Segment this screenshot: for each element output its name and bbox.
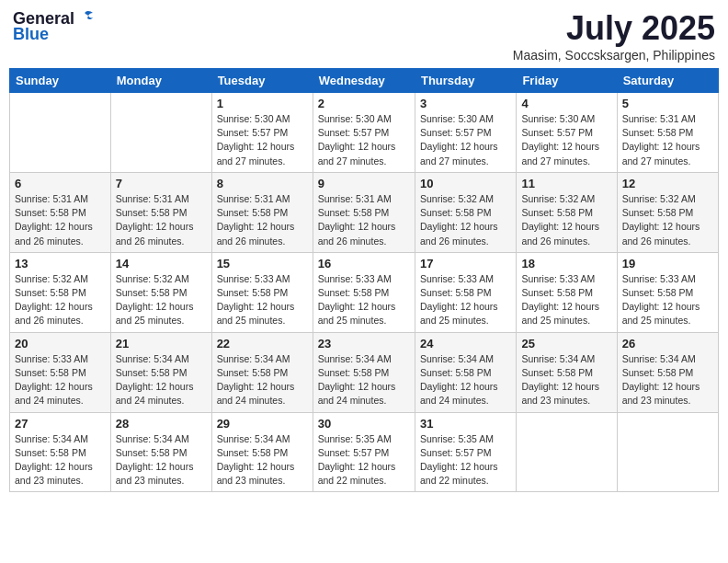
day-info: Sunrise: 5:34 AMSunset: 5:58 PMDaylight:… [116, 352, 207, 408]
day-number: 18 [521, 257, 611, 270]
day-info: Sunrise: 5:30 AMSunset: 5:57 PMDaylight:… [420, 112, 511, 168]
day-cell: 1Sunrise: 5:30 AMSunset: 5:57 PMDaylight… [211, 93, 313, 173]
weekday-header-saturday: Saturday [617, 69, 718, 93]
day-cell: 5Sunrise: 5:31 AMSunset: 5:58 PMDaylight… [617, 93, 718, 173]
day-info: Sunrise: 5:33 AMSunset: 5:58 PMDaylight:… [622, 272, 713, 328]
day-cell [110, 93, 211, 173]
week-row-1: 1Sunrise: 5:30 AMSunset: 5:57 PMDaylight… [10, 93, 719, 173]
day-info: Sunrise: 5:34 AMSunset: 5:58 PMDaylight:… [318, 352, 410, 408]
day-number: 14 [116, 257, 207, 270]
day-cell: 28Sunrise: 5:34 AMSunset: 5:58 PMDayligh… [110, 412, 211, 492]
week-row-4: 20Sunrise: 5:33 AMSunset: 5:58 PMDayligh… [10, 332, 719, 412]
weekday-header-thursday: Thursday [415, 69, 516, 93]
day-info: Sunrise: 5:34 AMSunset: 5:58 PMDaylight:… [420, 352, 511, 408]
week-row-3: 13Sunrise: 5:32 AMSunset: 5:58 PMDayligh… [10, 252, 719, 332]
day-cell: 26Sunrise: 5:34 AMSunset: 5:58 PMDayligh… [617, 332, 718, 412]
location-title: Maasim, Soccsksargen, Philippines [513, 48, 715, 63]
day-info: Sunrise: 5:32 AMSunset: 5:58 PMDaylight:… [15, 272, 106, 328]
day-info: Sunrise: 5:32 AMSunset: 5:58 PMDaylight:… [420, 192, 511, 248]
day-cell: 27Sunrise: 5:34 AMSunset: 5:58 PMDayligh… [10, 412, 111, 492]
week-row-2: 6Sunrise: 5:31 AMSunset: 5:58 PMDaylight… [10, 172, 719, 252]
day-number: 17 [420, 257, 511, 270]
day-cell: 2Sunrise: 5:30 AMSunset: 5:57 PMDaylight… [313, 93, 415, 173]
week-row-5: 27Sunrise: 5:34 AMSunset: 5:58 PMDayligh… [10, 412, 719, 492]
day-info: Sunrise: 5:30 AMSunset: 5:57 PMDaylight:… [217, 112, 308, 168]
day-cell: 9Sunrise: 5:31 AMSunset: 5:58 PMDaylight… [313, 172, 415, 252]
day-number: 26 [622, 337, 713, 350]
weekday-header-wednesday: Wednesday [313, 69, 415, 93]
day-info: Sunrise: 5:35 AMSunset: 5:57 PMDaylight:… [318, 432, 410, 488]
day-number: 21 [116, 337, 207, 350]
day-info: Sunrise: 5:33 AMSunset: 5:58 PMDaylight:… [15, 352, 106, 408]
day-info: Sunrise: 5:34 AMSunset: 5:58 PMDaylight:… [116, 432, 207, 488]
day-number: 9 [318, 177, 410, 190]
day-number: 11 [521, 177, 611, 190]
day-number: 1 [217, 97, 308, 110]
day-info: Sunrise: 5:34 AMSunset: 5:58 PMDaylight:… [15, 432, 106, 488]
day-number: 19 [622, 257, 713, 270]
day-info: Sunrise: 5:34 AMSunset: 5:58 PMDaylight:… [622, 352, 713, 408]
day-cell [10, 93, 111, 173]
day-cell: 17Sunrise: 5:33 AMSunset: 5:58 PMDayligh… [415, 252, 516, 332]
day-cell [617, 412, 718, 492]
day-number: 16 [318, 257, 410, 270]
logo-bird-icon [76, 10, 95, 25]
day-cell: 7Sunrise: 5:31 AMSunset: 5:58 PMDaylight… [110, 172, 211, 252]
day-cell: 30Sunrise: 5:35 AMSunset: 5:57 PMDayligh… [313, 412, 415, 492]
day-info: Sunrise: 5:33 AMSunset: 5:58 PMDaylight:… [521, 272, 611, 328]
day-number: 23 [318, 337, 410, 350]
day-info: Sunrise: 5:34 AMSunset: 5:58 PMDaylight:… [217, 352, 308, 408]
day-cell: 13Sunrise: 5:32 AMSunset: 5:58 PMDayligh… [10, 252, 111, 332]
day-number: 20 [15, 337, 106, 350]
day-number: 29 [217, 417, 308, 431]
day-cell: 8Sunrise: 5:31 AMSunset: 5:58 PMDaylight… [211, 172, 313, 252]
day-info: Sunrise: 5:31 AMSunset: 5:58 PMDaylight:… [217, 192, 308, 248]
day-info: Sunrise: 5:35 AMSunset: 5:57 PMDaylight:… [420, 432, 511, 488]
day-info: Sunrise: 5:31 AMSunset: 5:58 PMDaylight:… [622, 112, 713, 168]
day-number: 22 [217, 337, 308, 350]
day-info: Sunrise: 5:33 AMSunset: 5:58 PMDaylight:… [420, 272, 511, 328]
day-cell: 14Sunrise: 5:32 AMSunset: 5:58 PMDayligh… [110, 252, 211, 332]
day-number: 25 [521, 337, 611, 350]
day-cell: 24Sunrise: 5:34 AMSunset: 5:58 PMDayligh… [415, 332, 516, 412]
day-cell: 10Sunrise: 5:32 AMSunset: 5:58 PMDayligh… [415, 172, 516, 252]
day-number: 24 [420, 337, 511, 350]
day-cell: 31Sunrise: 5:35 AMSunset: 5:57 PMDayligh… [415, 412, 516, 492]
day-cell: 15Sunrise: 5:33 AMSunset: 5:58 PMDayligh… [211, 252, 313, 332]
day-info: Sunrise: 5:32 AMSunset: 5:58 PMDaylight:… [116, 272, 207, 328]
day-cell: 18Sunrise: 5:33 AMSunset: 5:58 PMDayligh… [517, 252, 617, 332]
day-info: Sunrise: 5:33 AMSunset: 5:58 PMDaylight:… [217, 272, 308, 328]
weekday-header-sunday: Sunday [10, 69, 111, 93]
day-number: 30 [318, 417, 410, 431]
day-cell: 25Sunrise: 5:34 AMSunset: 5:58 PMDayligh… [517, 332, 617, 412]
day-cell: 19Sunrise: 5:33 AMSunset: 5:58 PMDayligh… [617, 252, 718, 332]
day-number: 3 [420, 97, 511, 110]
day-cell: 20Sunrise: 5:33 AMSunset: 5:58 PMDayligh… [10, 332, 111, 412]
day-info: Sunrise: 5:33 AMSunset: 5:58 PMDaylight:… [318, 272, 410, 328]
day-number: 27 [15, 417, 106, 431]
day-number: 12 [622, 177, 713, 190]
weekday-header-monday: Monday [110, 69, 211, 93]
weekday-header-friday: Friday [517, 69, 617, 93]
day-info: Sunrise: 5:34 AMSunset: 5:58 PMDaylight:… [217, 432, 308, 488]
day-cell: 23Sunrise: 5:34 AMSunset: 5:58 PMDayligh… [313, 332, 415, 412]
day-number: 6 [15, 177, 106, 190]
day-number: 31 [420, 417, 511, 431]
day-info: Sunrise: 5:32 AMSunset: 5:58 PMDaylight:… [622, 192, 713, 248]
day-number: 2 [318, 97, 410, 110]
logo: General Blue [13, 9, 95, 44]
day-cell: 11Sunrise: 5:32 AMSunset: 5:58 PMDayligh… [517, 172, 617, 252]
day-number: 28 [116, 417, 207, 431]
weekday-header-tuesday: Tuesday [211, 69, 313, 93]
day-info: Sunrise: 5:31 AMSunset: 5:58 PMDaylight:… [116, 192, 207, 248]
day-cell: 12Sunrise: 5:32 AMSunset: 5:58 PMDayligh… [617, 172, 718, 252]
day-cell: 6Sunrise: 5:31 AMSunset: 5:58 PMDaylight… [10, 172, 111, 252]
day-cell: 21Sunrise: 5:34 AMSunset: 5:58 PMDayligh… [110, 332, 211, 412]
day-info: Sunrise: 5:31 AMSunset: 5:58 PMDaylight:… [15, 192, 106, 248]
day-cell: 3Sunrise: 5:30 AMSunset: 5:57 PMDaylight… [415, 93, 516, 173]
day-info: Sunrise: 5:30 AMSunset: 5:57 PMDaylight:… [318, 112, 410, 168]
day-number: 4 [521, 97, 611, 110]
day-cell: 16Sunrise: 5:33 AMSunset: 5:58 PMDayligh… [313, 252, 415, 332]
day-number: 5 [622, 97, 713, 110]
day-info: Sunrise: 5:31 AMSunset: 5:58 PMDaylight:… [318, 192, 410, 248]
